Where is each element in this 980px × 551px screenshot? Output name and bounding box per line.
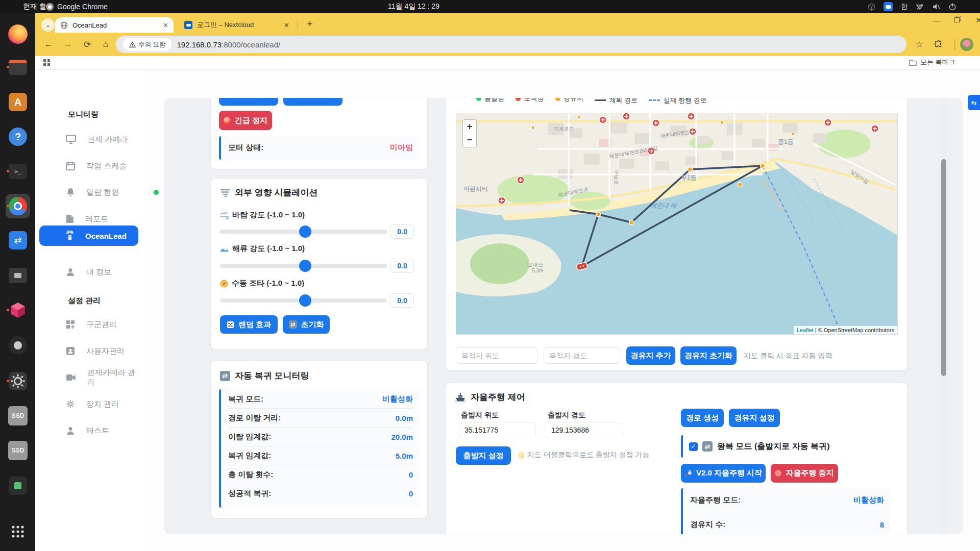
profile-avatar[interactable]: [960, 38, 973, 51]
dock-app-grid[interactable]: [6, 519, 30, 544]
teamviewer-tray-icon[interactable]: [884, 2, 893, 11]
dock: A ? >_ ⇄ SSD SSD: [0, 13, 35, 551]
sidebar-item-district[interactable]: 구군관리: [66, 317, 142, 332]
site-warning-chip[interactable]: 주의 요함: [123, 38, 172, 51]
sidebar-item-camera-admin[interactable]: 관제카메라 관리: [66, 370, 142, 385]
forward-button[interactable]: →: [61, 37, 75, 52]
osm-attribution[interactable]: © OpenStreetMap contributors: [818, 327, 894, 333]
map-zoom-in-button[interactable]: +: [462, 119, 477, 134]
stop-autonomous-button[interactable]: 자율주행 중지: [771, 464, 838, 483]
close-window-button[interactable]: ✕: [975, 16, 980, 25]
side-panel-tab[interactable]: ⇆: [968, 95, 980, 110]
tab-nextcloud[interactable]: 로그인 – Nextcloud ✕: [179, 17, 295, 33]
clock[interactable]: 11월 4일 12 : 29: [388, 0, 439, 13]
reload-button[interactable]: ⟳: [80, 37, 94, 52]
sidebar-item-report[interactable]: 레포트: [66, 211, 142, 227]
dock-remote[interactable]: ⇄: [6, 228, 30, 253]
tab-close-icon[interactable]: ✕: [163, 21, 168, 29]
content-scrollbar[interactable]: [941, 98, 947, 534]
current-slider-thumb[interactable]: [299, 260, 311, 272]
control-top-button-2[interactable]: [283, 98, 342, 106]
new-tab-button[interactable]: +: [303, 17, 317, 31]
generate-route-button[interactable]: 경로 생성: [681, 409, 724, 427]
legend-end: 도착점: [516, 98, 544, 103]
wind-slider[interactable]: [220, 230, 387, 234]
sidebar-item-users[interactable]: 사용자관리: [66, 343, 142, 359]
dest-lng-input[interactable]: [544, 347, 620, 364]
clear-waypoints-button[interactable]: 경유지 초기화: [680, 346, 737, 365]
apps-shortcut-icon[interactable]: [43, 59, 51, 66]
dock-ssd-1[interactable]: SSD: [6, 404, 30, 428]
wind-slider-thumb[interactable]: [299, 226, 311, 238]
control-top-button-1[interactable]: [219, 98, 278, 106]
current-slider[interactable]: [220, 264, 387, 268]
volume-muted-icon[interactable]: [932, 3, 940, 11]
system-tray: 한: [868, 0, 957, 13]
all-bookmarks-button[interactable]: 모든 북마크: [909, 58, 955, 67]
sidebar-item-alerts[interactable]: 알림 현황: [66, 185, 142, 200]
restore-button[interactable]: [954, 16, 961, 22]
map-zoom-out-button[interactable]: −: [462, 133, 477, 147]
leaflet-link[interactable]: Leaflet: [797, 327, 814, 333]
set-start-button[interactable]: 출발지 설정: [456, 446, 511, 465]
sidebar-section-settings: 설정 관리: [68, 296, 101, 306]
sidebar-item-camera[interactable]: 관제 카메라: [66, 132, 142, 147]
dock-git[interactable]: [6, 333, 30, 358]
legend-actual: 실제 항행 경로: [649, 98, 706, 105]
dock-3dviewer[interactable]: [6, 298, 30, 322]
leaflet-map[interactable]: 기계공고 해운대570번길 해운대해변로265번길 해운대해변로 구남로 해운대…: [456, 113, 898, 335]
app-grid-icon: [11, 525, 24, 538]
dest-lat-input[interactable]: [456, 347, 537, 364]
sidebar-item-oceanlead-active[interactable]: OceanLead: [39, 226, 138, 246]
tab-search-chevron[interactable]: ⌄: [41, 18, 55, 32]
ime-indicator[interactable]: 한: [901, 2, 908, 11]
reset-button[interactable]: ⇄ 초기화: [283, 315, 330, 334]
dock-ssd-2[interactable]: SSD: [6, 438, 30, 463]
home-button[interactable]: ⌂: [99, 37, 113, 52]
url-bar[interactable]: 주의 요함 192.168.0.73:8000/oceanlead/: [116, 36, 906, 53]
dock-files[interactable]: [6, 55, 30, 80]
random-effect-button[interactable]: 랜덤 효과: [220, 315, 278, 334]
back-button[interactable]: ←: [41, 37, 56, 52]
dock-help[interactable]: ?: [6, 124, 30, 149]
dock-software[interactable]: A: [6, 90, 30, 114]
dock-chrome-active[interactable]: [6, 194, 30, 218]
tab-oceanlead[interactable]: OceanLead ✕: [55, 17, 174, 33]
start-autonomous-button[interactable]: V2.0 자율주행 시작: [681, 464, 766, 483]
warning-triangle-icon: [129, 41, 136, 48]
content-scrollbar-thumb[interactable]: [941, 159, 946, 376]
dblclick-hint: 지도 더블클릭으로도 출발지 설정 가능: [518, 450, 650, 460]
focused-app-indicator[interactable]: Google Chrome: [46, 0, 108, 13]
cube-tray-icon[interactable]: [868, 3, 875, 11]
sidebar-item-myinfo[interactable]: 내 정보: [66, 264, 142, 280]
start-lat-input[interactable]: [459, 422, 535, 438]
network-off-icon[interactable]: [916, 3, 924, 11]
set-waypoints-button[interactable]: 경유지 설정: [729, 409, 780, 427]
dock-screenshot[interactable]: [6, 263, 30, 288]
tab-close-icon[interactable]: ✕: [284, 21, 289, 29]
start-lng-input[interactable]: [546, 422, 622, 438]
dock-firefox[interactable]: [6, 22, 30, 46]
sidebar-item-schedule[interactable]: 작업 스케줄: [66, 158, 142, 173]
minimize-button[interactable]: —: [933, 16, 940, 25]
menu-kebab-icon[interactable]: ⋮: [977, 37, 980, 52]
compass-icon: [220, 280, 228, 288]
emergency-stop-button[interactable]: 긴급 정지: [219, 111, 272, 130]
terminal-icon: >_: [9, 164, 27, 179]
dock-terminal[interactable]: >_: [6, 159, 30, 184]
add-waypoint-button[interactable]: 경유지 추가: [626, 346, 675, 365]
sidebar-item-devices[interactable]: 장치 관리: [66, 396, 142, 412]
steer-slider-thumb[interactable]: [299, 294, 311, 307]
status-row: 이탈 임계값:20.0m: [228, 432, 413, 442]
roundtrip-checkbox[interactable]: ✓: [689, 442, 698, 451]
map-label: 운대산: [528, 262, 543, 267]
power-icon[interactable]: [948, 3, 957, 11]
extensions-icon[interactable]: [932, 37, 946, 52]
steer-slider[interactable]: [220, 298, 387, 303]
cycle-arrows-icon: ⇄: [289, 320, 297, 329]
sidebar-item-test[interactable]: 테스트: [66, 423, 142, 438]
dock-package[interactable]: [6, 473, 30, 498]
dock-settings[interactable]: [6, 369, 30, 393]
sidebar-item-label: 관제카메라 관리: [87, 368, 142, 387]
bookmark-star-icon[interactable]: ☆: [912, 37, 926, 52]
